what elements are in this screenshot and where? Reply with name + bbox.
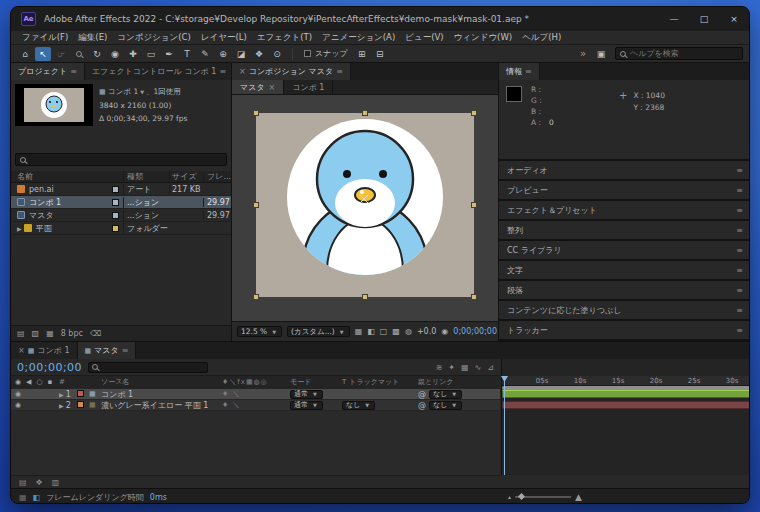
- hand-tool-icon[interactable]: ☞: [53, 47, 69, 61]
- zoom-slider-track[interactable]: [515, 496, 571, 498]
- panel-menu-icon[interactable]: ≡: [736, 166, 743, 175]
- mode-dropdown[interactable]: 通常▼: [290, 401, 323, 410]
- layer-row-solid[interactable]: ◉ ▶2 ▦ 濃いグレー系イエロー 平面 1 ♦ ＼ 通常▼ なし▼ @ なし▼: [11, 400, 500, 411]
- minimize-button[interactable]: —: [659, 7, 689, 31]
- timeline-search-input[interactable]: [101, 363, 196, 372]
- pickwhip-icon[interactable]: @: [418, 390, 426, 399]
- column-size[interactable]: サイズ: [169, 171, 203, 182]
- puppet-tool-icon[interactable]: ⊙: [269, 47, 285, 61]
- panel-tracker[interactable]: トラッカー≡: [499, 321, 750, 339]
- layer-switches[interactable]: ♦ ＼: [222, 389, 290, 399]
- panel-content-aware-fill[interactable]: コンテンツに応じた塗りつぶし≡: [499, 301, 750, 319]
- panel-align[interactable]: 整列≡: [499, 221, 750, 239]
- layer-switches[interactable]: ♦ ＼: [222, 400, 290, 410]
- panel-character[interactable]: 文字≡: [499, 261, 750, 279]
- panel-paragraph[interactable]: 段落≡: [499, 281, 750, 299]
- layer-name[interactable]: コンポ 1: [101, 389, 222, 400]
- roto-brush-tool-icon[interactable]: ❖: [251, 47, 267, 61]
- project-item-solids-folder[interactable]: ▶平面 フォルダー: [11, 222, 231, 235]
- project-search[interactable]: [15, 153, 227, 166]
- project-item-comp1[interactable]: コンポ 1 ...ション 29.97: [11, 196, 231, 209]
- column-type[interactable]: 種類: [123, 171, 169, 182]
- menu-view[interactable]: ビュー(V): [400, 32, 448, 44]
- parent-dropdown[interactable]: なし▼: [429, 401, 462, 410]
- timeline-tab-comp1[interactable]: × ▦ コンポ 1: [11, 342, 78, 359]
- audio-column-icon[interactable]: ◀: [26, 378, 31, 386]
- transparency-grid-icon[interactable]: ▩: [392, 327, 400, 336]
- project-search-input[interactable]: [30, 155, 222, 164]
- expand-layer-switches-icon[interactable]: ▤: [19, 478, 27, 487]
- label-color-chip[interactable]: [77, 390, 84, 397]
- panel-menu-icon[interactable]: ≡: [736, 246, 743, 255]
- motion-blur-icon[interactable]: ∿: [475, 363, 482, 372]
- column-framerate[interactable]: フレ...: [203, 171, 231, 182]
- help-search[interactable]: [615, 47, 743, 60]
- grid-guides-icon[interactable]: ▦: [355, 327, 363, 336]
- pen-tool-icon[interactable]: ✒: [161, 47, 177, 61]
- mode-dropdown[interactable]: 通常▼: [290, 390, 323, 399]
- zoom-out-icon[interactable]: ▴: [508, 493, 511, 500]
- column-name[interactable]: 名前: [11, 171, 107, 182]
- expand-in-out-icon[interactable]: ▥: [52, 478, 60, 487]
- panel-menu-icon[interactable]: ≡: [336, 67, 343, 76]
- menu-edit[interactable]: 編集(E): [73, 32, 112, 44]
- timeline-track-area[interactable]: 05s 10s 15s 20s 25s 30s: [501, 359, 750, 475]
- panel-menu-icon[interactable]: ≡: [525, 67, 532, 76]
- panel-menu-icon[interactable]: ≡: [736, 226, 743, 235]
- column-source-name[interactable]: ソース名: [101, 377, 222, 387]
- close-icon[interactable]: ×: [18, 346, 25, 355]
- lock-column-icon[interactable]: ▪: [48, 378, 53, 386]
- title-bar[interactable]: Ae Adobe After Effects 2022 - C:¥storage…: [11, 7, 749, 31]
- time-ruler[interactable]: 05s 10s 15s 20s 25s 30s: [502, 376, 750, 386]
- layer-row-comp1[interactable]: ◉ ▶1 ▦ コンポ 1 ♦ ＼ 通常▼ @ なし▼: [11, 389, 500, 400]
- label-color-chip[interactable]: [112, 199, 119, 206]
- toolbar-overflow-chevron[interactable]: »: [575, 48, 591, 59]
- pan-behind-tool-icon[interactable]: ✚: [125, 47, 141, 61]
- resolution-dropdown[interactable]: (カスタム...)▼: [287, 326, 350, 337]
- panel-menu-icon[interactable]: ≡: [736, 286, 743, 295]
- help-search-input[interactable]: [630, 49, 730, 58]
- rotate-tool-icon[interactable]: ↻: [89, 47, 105, 61]
- playhead-line[interactable]: [504, 376, 505, 475]
- color-depth-button[interactable]: 8 bpc: [61, 329, 83, 338]
- workspace-icon[interactable]: ▣: [593, 47, 609, 61]
- mask-feather-icon[interactable]: ⊟: [372, 47, 388, 61]
- menu-file[interactable]: ファイル(F): [17, 32, 73, 44]
- region-of-interest-icon[interactable]: □: [380, 327, 388, 336]
- text-tool-icon[interactable]: T: [179, 47, 195, 61]
- column-t[interactable]: T: [342, 378, 346, 386]
- camera-tool-icon[interactable]: ◉: [107, 47, 123, 61]
- panel-effects-presets[interactable]: エフェクト＆プリセット≡: [499, 201, 750, 219]
- panel-menu-icon[interactable]: ≡: [736, 326, 743, 335]
- panel-menu-icon[interactable]: ≡: [736, 266, 743, 275]
- zoom-slider-handle[interactable]: [518, 492, 525, 499]
- new-composition-icon[interactable]: ▦: [46, 329, 54, 338]
- twirl-icon[interactable]: ▶: [59, 391, 64, 398]
- clone-stamp-tool-icon[interactable]: ⊕: [215, 47, 231, 61]
- home-icon[interactable]: ⌂: [17, 47, 33, 61]
- eye-icon[interactable]: ◉: [15, 401, 21, 409]
- project-item-master[interactable]: マスタ ...ション 29.97: [11, 209, 231, 222]
- video-column-icon[interactable]: ◉: [15, 378, 21, 386]
- panel-menu-icon[interactable]: ≡: [219, 67, 226, 76]
- viewer-tab-master[interactable]: マスタ ×: [232, 80, 284, 94]
- snap-toggle[interactable]: スナップ: [304, 48, 348, 59]
- column-track-matte[interactable]: トラックマット: [349, 377, 399, 387]
- maximize-button[interactable]: □: [689, 7, 719, 31]
- zoom-tool[interactable]: [71, 47, 87, 61]
- exposure-value[interactable]: +0.0: [417, 327, 436, 336]
- menu-composition[interactable]: コンポジション(C): [112, 32, 195, 44]
- label-color-chip[interactable]: [112, 225, 119, 232]
- panel-cc-libraries[interactable]: CC ライブラリ≡: [499, 241, 750, 259]
- zoom-dropdown[interactable]: 12.5 %▼: [237, 326, 282, 337]
- frame-blend-icon[interactable]: ▦: [461, 363, 469, 372]
- menu-animation[interactable]: アニメーション(A): [317, 32, 400, 44]
- menu-help[interactable]: ヘルプ(H): [517, 32, 566, 44]
- zoom-in-icon[interactable]: ▲: [575, 492, 582, 502]
- timeline-tab-master[interactable]: ▦ マスタ ≡: [78, 342, 137, 359]
- trash-icon[interactable]: ⌫: [90, 329, 101, 338]
- composition-canvas[interactable]: [232, 95, 498, 321]
- mini-flowchart-icon[interactable]: ≋: [436, 363, 443, 372]
- close-button[interactable]: ×: [719, 7, 749, 31]
- project-table-header[interactable]: 名前 種類 サイズ フレ...: [11, 171, 231, 183]
